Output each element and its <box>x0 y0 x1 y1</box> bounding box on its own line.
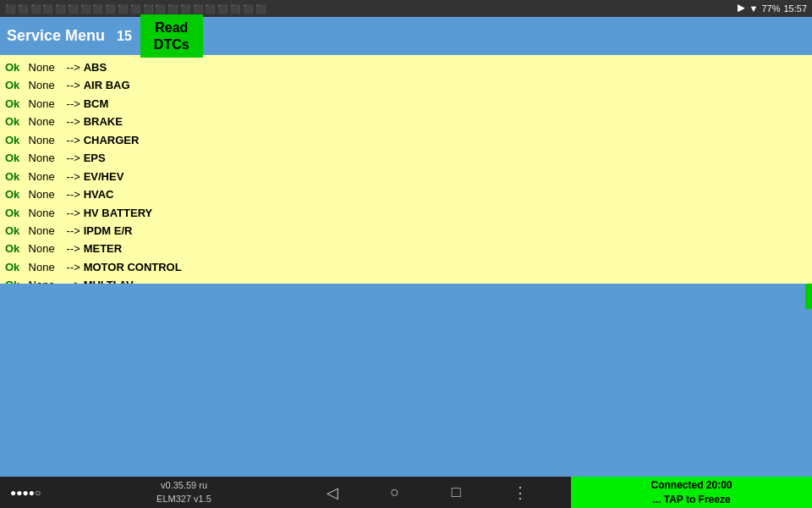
dtc-arrow: --> <box>63 58 80 76</box>
dtc-module-name: METER <box>84 240 123 257</box>
dtc-arrow: --> <box>63 168 80 185</box>
dtc-module-name: HVAC <box>84 185 114 203</box>
back-button[interactable]: ◁ <box>320 480 345 505</box>
read-dtcs-button[interactable]: ReadDTCs <box>140 14 203 57</box>
table-row[interactable]: Ok None --> ABS <box>5 58 807 76</box>
table-row[interactable]: Ok None --> METER <box>5 240 807 257</box>
table-row[interactable]: Ok None --> MOTOR CONTROL <box>5 258 807 276</box>
dtc-status: Ok <box>5 168 25 185</box>
dtc-arrow: --> <box>63 76 80 94</box>
dtc-module-name: ABS <box>84 58 107 76</box>
dtc-module-name: BRAKE <box>84 113 123 130</box>
more-button[interactable]: ⋮ <box>506 480 535 505</box>
dtc-status: Ok <box>5 222 25 240</box>
dtc-none-value: None <box>25 258 63 276</box>
scrollbar-indicator[interactable] <box>805 284 812 309</box>
dtc-status: Ok <box>5 258 25 276</box>
version-line2: ELM327 v1.5 <box>156 493 211 505</box>
dtc-module-name: MOTOR CONTROL <box>84 258 182 276</box>
battery-text: 77% <box>761 3 780 14</box>
version-line1: v0.35.59 ru <box>161 479 207 492</box>
wifi-icon: ▼ <box>749 3 759 14</box>
table-row[interactable]: Ok None --> EPS <box>5 149 807 167</box>
dtc-module-name: HV BATTERY <box>84 204 153 222</box>
dtc-none-value: None <box>25 113 63 130</box>
dtc-module-name: EPS <box>84 149 106 167</box>
dtc-arrow: --> <box>63 204 80 222</box>
dtc-none-value: None <box>25 149 63 167</box>
dtc-arrow: --> <box>63 240 80 257</box>
dtc-arrow: --> <box>63 276 80 284</box>
dtc-module-name: BCM <box>84 95 109 113</box>
blue-area <box>0 284 812 494</box>
dtc-none-value: None <box>25 222 63 240</box>
table-row[interactable]: Ok None --> HVAC <box>5 185 807 203</box>
dtc-status: Ok <box>5 131 25 149</box>
dtc-arrow: --> <box>63 149 80 167</box>
dtc-status: Ok <box>5 95 25 113</box>
bluetooth-icon: ⯈ <box>737 3 746 14</box>
dtc-none-value: None <box>25 168 63 185</box>
dtc-status: Ok <box>5 149 25 167</box>
dtc-module-name: EV/HEV <box>84 168 124 185</box>
table-row[interactable]: Ok None --> BRAKE <box>5 113 807 130</box>
notification-icons: ⬛ ⬛ ⬛ ⬛ ⬛ ⬛ ⬛ ⬛ ⬛ ⬛ ⬛ ⬛ ⬛ ⬛ ⬛ ⬛ ⬛ ⬛ ⬛ ⬛ … <box>5 4 266 14</box>
dtc-none-value: None <box>25 240 63 257</box>
dtc-arrow: --> <box>63 222 80 240</box>
table-row[interactable]: Ok None --> CHARGER <box>5 131 807 149</box>
bottom-center-info: v0.35.59 ru ELM327 v1.5 <box>85 479 283 505</box>
dtc-arrow: --> <box>63 113 80 130</box>
dtc-arrow: --> <box>63 131 80 149</box>
bottom-left-signal: ●●●●○ <box>0 487 85 499</box>
table-row[interactable]: Ok None --> HV BATTERY <box>5 204 807 222</box>
dtc-none-value: None <box>25 276 63 284</box>
dtc-status: Ok <box>5 76 25 94</box>
bottom-navigation: ◁ ○ □ ⋮ <box>283 480 571 505</box>
item-count-badge: 15 <box>117 29 132 44</box>
table-row[interactable]: Ok None --> MULTI AV <box>5 276 807 284</box>
table-row[interactable]: Ok None --> AIR BAG <box>5 76 807 94</box>
dtc-status: Ok <box>5 276 25 284</box>
status-bar-right: ⯈ ▼ 77% 15:57 <box>737 3 807 14</box>
dtc-module-name: MULTI AV <box>84 276 134 284</box>
dtc-none-value: None <box>25 58 63 76</box>
dtc-none-value: None <box>25 95 63 113</box>
dtc-status: Ok <box>5 185 25 203</box>
dtc-module-name: CHARGER <box>84 131 140 149</box>
dtc-status: Ok <box>5 58 25 76</box>
dtc-none-value: None <box>25 131 63 149</box>
header-bar: Service Menu 15 ReadDTCs <box>0 17 812 55</box>
time-display: 15:57 <box>783 3 807 14</box>
dtc-status: Ok <box>5 240 25 257</box>
table-row[interactable]: Ok None --> EV/HEV <box>5 168 807 185</box>
dtc-arrow: --> <box>63 185 80 203</box>
bottom-bar: ●●●●○ v0.35.59 ru ELM327 v1.5 ◁ ○ □ ⋮ Co… <box>0 477 812 508</box>
dtc-status: Ok <box>5 113 25 130</box>
dtc-module-name: IPDM E/R <box>84 222 133 240</box>
connected-line2: ... TAP to Freeze <box>652 493 730 507</box>
status-bar: ⬛ ⬛ ⬛ ⬛ ⬛ ⬛ ⬛ ⬛ ⬛ ⬛ ⬛ ⬛ ⬛ ⬛ ⬛ ⬛ ⬛ ⬛ ⬛ ⬛ … <box>0 0 812 17</box>
table-row[interactable]: Ok None --> BCM <box>5 95 807 113</box>
status-bar-left: ⬛ ⬛ ⬛ ⬛ ⬛ ⬛ ⬛ ⬛ ⬛ ⬛ ⬛ ⬛ ⬛ ⬛ ⬛ ⬛ ⬛ ⬛ ⬛ ⬛ … <box>5 4 266 14</box>
dtc-none-value: None <box>25 185 63 203</box>
connected-line1: Connected 20:00 <box>650 478 732 493</box>
home-button[interactable]: ○ <box>383 480 406 505</box>
dtc-none-value: None <box>25 204 63 222</box>
dtc-none-value: None <box>25 76 63 94</box>
recent-apps-button[interactable]: □ <box>445 480 468 505</box>
dtc-arrow: --> <box>63 95 80 113</box>
dtc-module-name: AIR BAG <box>84 76 130 94</box>
table-row[interactable]: Ok None --> IPDM E/R <box>5 222 807 240</box>
signal-dots: ●●●●○ <box>10 487 41 499</box>
dtc-arrow: --> <box>63 258 80 276</box>
connected-freeze-button[interactable]: Connected 20:00 ... TAP to Freeze <box>571 477 812 508</box>
dtc-status: Ok <box>5 204 25 222</box>
dtc-list: Ok None --> ABSOk None --> AIR BAGOk Non… <box>0 55 812 284</box>
service-menu-title: Service Menu <box>7 27 105 45</box>
